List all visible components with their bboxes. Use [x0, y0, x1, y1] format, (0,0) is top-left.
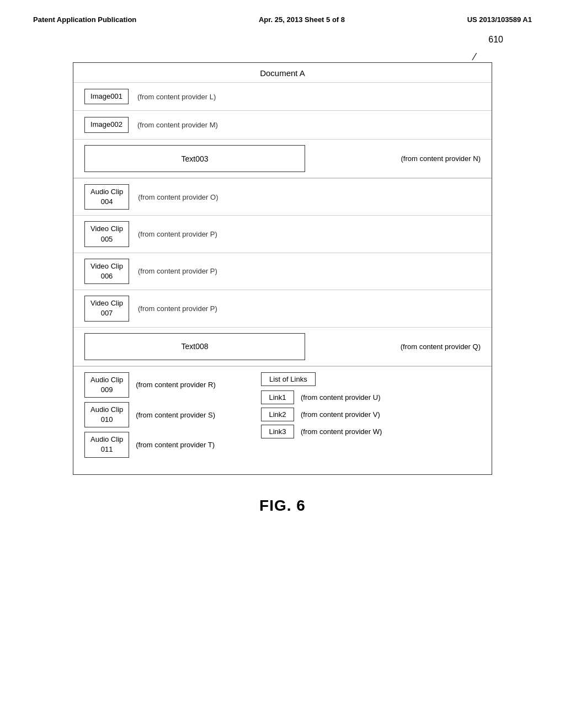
link3-box: Link3 [261, 425, 294, 438]
row-text008: Text008 (from content provider Q) [73, 328, 492, 366]
header-center: Apr. 25, 2013 Sheet 5 of 8 [259, 15, 345, 24]
link2-provider: (from content provider V) [301, 410, 380, 419]
link3-row: Link3 (from content provider W) [261, 425, 481, 438]
video006-provider: (from content provider P) [138, 267, 217, 275]
list-of-links-title: List of Links [269, 375, 307, 383]
link1-provider: (from content provider U) [301, 393, 381, 402]
audio011-box: Audio Clip011 [84, 432, 129, 457]
bottom-section: Audio Clip009 (from content provider R) … [73, 366, 492, 463]
row-video007: Video Clip007 (from content provider P) [73, 290, 492, 327]
video005-provider: (from content provider P) [138, 230, 217, 238]
text003-provider: (from content provider N) [401, 154, 481, 163]
bottom-left-items: Audio Clip009 (from content provider R) … [84, 372, 250, 458]
audio004-box: Audio Clip004 [84, 184, 129, 210]
video007-box: Video Clip007 [84, 296, 129, 321]
text003-label: Text003 [181, 154, 208, 163]
link2-row: Link2 (from content provider V) [261, 408, 481, 421]
main-box: Document A Image001 (from content provid… [73, 62, 492, 475]
header-right: US 2013/103589 A1 [467, 15, 532, 24]
list-of-links-box: List of Links [261, 372, 316, 386]
link3-provider: (from content provider W) [301, 427, 382, 436]
row-video005: Video Clip005 (from content provider P) [73, 216, 492, 253]
row-audio009: Audio Clip009 (from content provider R) [84, 372, 250, 398]
doc-title: Document A [73, 63, 492, 82]
row-text003: Text003 (from content provider N) [73, 140, 492, 178]
figure-caption: FIG. 6 [0, 497, 565, 515]
image001-box: Image001 [84, 89, 129, 104]
row-image001: Image001 (from content provider L) [73, 82, 492, 111]
ref-arrow: ∕ [474, 51, 476, 63]
audio009-provider: (from content provider R) [136, 381, 216, 389]
row-audio010: Audio Clip010 (from content provider S) [84, 402, 250, 427]
audio011-provider: (from content provider T) [136, 441, 215, 449]
video005-box: Video Clip005 [84, 221, 129, 247]
image001-provider: (from content provider L) [137, 93, 216, 101]
audio009-box: Audio Clip009 [84, 372, 129, 398]
image002-box: Image002 [84, 117, 129, 132]
text008-label: Text008 [181, 342, 208, 351]
header-left: Patent Application Publication [33, 15, 136, 24]
audio004-provider: (from content provider O) [138, 193, 218, 201]
image002-provider: (from content provider M) [137, 121, 218, 129]
row-audio004: Audio Clip004 (from content provider O) [73, 178, 492, 216]
links-panel: List of Links Link1 (from content provid… [261, 372, 481, 438]
link2-box: Link2 [261, 408, 294, 421]
text008-provider: (from content provider Q) [401, 342, 481, 351]
row-video006: Video Clip006 (from content provider P) [73, 253, 492, 290]
row-audio011: Audio Clip011 (from content provider T) [84, 432, 250, 457]
video006-box: Video Clip006 [84, 259, 129, 284]
video007-provider: (from content provider P) [138, 304, 217, 313]
page-header: Patent Application Publication Apr. 25, … [0, 0, 565, 29]
link1-box: Link1 [261, 390, 294, 404]
diagram-area: 610 ∕ Document A Image001 (from content … [73, 62, 492, 475]
ref-number: 610 [488, 35, 503, 45]
audio010-box: Audio Clip010 [84, 402, 129, 427]
row-image002: Image002 (from content provider M) [73, 111, 492, 140]
link1-row: Link1 (from content provider U) [261, 390, 481, 404]
audio010-provider: (from content provider S) [136, 411, 215, 419]
